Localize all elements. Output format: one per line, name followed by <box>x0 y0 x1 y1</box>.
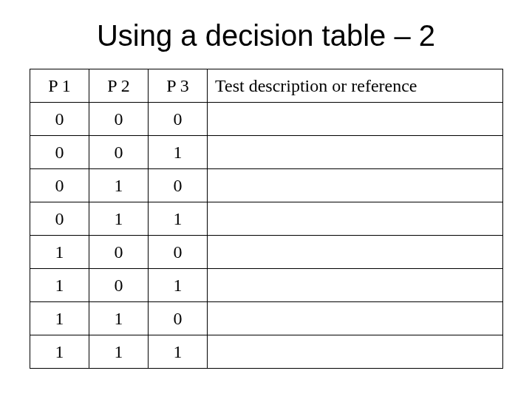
table-row: 1 0 0 <box>30 236 503 269</box>
cell-p1: 0 <box>30 169 89 202</box>
cell-desc <box>208 269 503 302</box>
table-header-row: P 1 P 2 P 3 Test description or referenc… <box>30 69 503 103</box>
cell-p3: 0 <box>149 169 208 202</box>
cell-p3: 0 <box>149 236 208 269</box>
col-header-p3: P 3 <box>149 69 208 103</box>
cell-p1: 0 <box>30 202 89 236</box>
cell-p2: 0 <box>89 136 149 169</box>
cell-p2: 0 <box>89 269 149 302</box>
cell-p3: 1 <box>149 136 208 169</box>
cell-p3: 0 <box>149 103 208 136</box>
col-header-p1: P 1 <box>30 69 89 103</box>
cell-p1: 0 <box>30 103 89 136</box>
col-header-desc: Test description or reference <box>208 69 503 103</box>
cell-p1: 1 <box>30 236 89 269</box>
table-row: 1 1 0 <box>30 302 503 335</box>
cell-p2: 1 <box>89 169 149 202</box>
table-row: 0 0 1 <box>30 136 503 169</box>
table-row: 1 1 1 <box>30 335 503 369</box>
cell-desc <box>208 169 503 202</box>
table-row: 0 1 0 <box>30 169 503 202</box>
cell-p3: 1 <box>149 335 208 369</box>
page-title: Using a decision table – 2 <box>30 19 502 52</box>
cell-p1: 0 <box>30 136 89 169</box>
table-row: 0 0 0 <box>30 103 503 136</box>
table-row: 0 1 1 <box>30 202 503 236</box>
decision-table: P 1 P 2 P 3 Test description or referenc… <box>30 69 503 369</box>
table-row: 1 0 1 <box>30 269 503 302</box>
cell-p1: 1 <box>30 269 89 302</box>
cell-p2: 0 <box>89 103 149 136</box>
cell-desc <box>208 202 503 236</box>
cell-p2: 1 <box>89 335 149 369</box>
cell-p2: 1 <box>89 302 149 335</box>
cell-p3: 1 <box>149 202 208 236</box>
slide: Using a decision table – 2 P 1 P 2 P 3 T… <box>0 0 532 399</box>
cell-p2: 0 <box>89 236 149 269</box>
col-header-p2: P 2 <box>89 69 149 103</box>
cell-desc <box>208 302 503 335</box>
cell-p3: 1 <box>149 269 208 302</box>
cell-p1: 1 <box>30 335 89 369</box>
cell-p3: 0 <box>149 302 208 335</box>
cell-desc <box>208 236 503 269</box>
cell-desc <box>208 335 503 369</box>
cell-p2: 1 <box>89 202 149 236</box>
cell-p1: 1 <box>30 302 89 335</box>
cell-desc <box>208 136 503 169</box>
cell-desc <box>208 103 503 136</box>
